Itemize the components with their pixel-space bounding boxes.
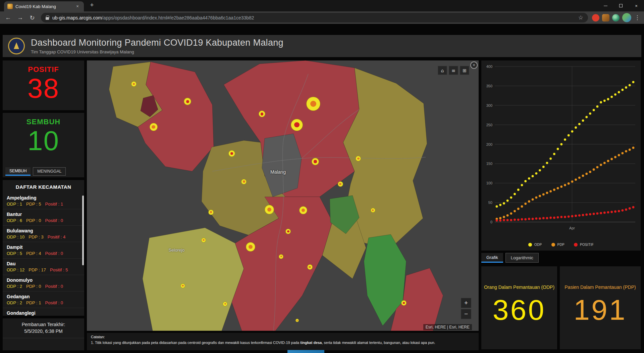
window-maximize-button[interactable] [613,0,629,11]
tab-sembuh[interactable]: SEMBUH [5,167,31,176]
map-marker[interactable] [246,242,255,252]
dashboard-title: Dashboard Monitoring Pandemi COVID19 Kab… [31,38,283,48]
new-tab-button[interactable]: + [87,1,97,10]
kecamatan-row[interactable]: GondanglegiODP : 6PDP : 1Positif : 0 [3,308,84,316]
sembuh-panel: SEMBUH 10 SEMBUH MENINGGAL [3,113,84,177]
map-note-panel: Catatan: 1. Titik lokasi yang ditunjukka… [87,333,479,350]
map-marker[interactable] [285,229,291,234]
window-minimize-button[interactable] [598,0,613,11]
university-logo [8,38,25,54]
pdp-stat-value: 191 [560,295,641,324]
kecamatan-positif: Positif : 1 [45,202,63,207]
map-marker[interactable] [208,210,214,215]
kecamatan-row[interactable]: AmpelgadingODP : 1PDP : 5Positif : 1 [3,193,84,209]
window-close-button[interactable]: × [629,0,644,11]
kecamatan-row[interactable]: BanturODP : 6PDP : 0Positif : 0 [3,209,84,226]
kecamatan-positif: Positif : 0 [45,218,63,223]
kecamatan-row[interactable]: BululawangODP : 10PDP : 3Positif : 4 [3,226,84,242]
extension-icon-red[interactable] [592,14,599,21]
browser-tab[interactable]: Covid19 Kab Malang × [4,1,84,11]
map-marker[interactable] [180,283,185,288]
kecamatan-name: Donomulyo [7,277,80,283]
legend-item[interactable]: PDP [551,243,565,247]
map-marker[interactable] [356,156,361,161]
tab-grafik[interactable]: Grafik [481,253,503,263]
kecamatan-odp: ODP : 1 [7,202,22,207]
kecamatan-scrollbar[interactable] [82,195,84,265]
legend-dot-icon [528,243,532,247]
kecamatan-name: Ampelgading [7,195,80,201]
last-update-panel: Pembaruan Terakhir: 5/5/2020, 6:38 PM [3,318,84,350]
kecamatan-pdp: PDP : 0 [26,218,41,223]
url-domain: ub-gis.maps.arcgis.com [52,15,102,20]
map-marker[interactable] [279,254,283,259]
legend-label: ODP [534,243,542,247]
browser-menu-icon[interactable]: ⋮ [634,14,641,21]
marker-core [310,101,316,107]
map-marker[interactable] [241,179,247,184]
map-marker[interactable] [338,181,343,187]
kecamatan-name: Bululawang [7,228,80,233]
map-home-button[interactable]: ⌂ [438,66,447,75]
map-legend-button[interactable]: ≡ [449,66,458,75]
map-marker[interactable] [265,205,274,214]
marker-core [203,239,205,241]
kecamatan-stats: ODP : 2PDP : 0Positif : 0 [7,284,80,289]
marker-core [243,180,245,182]
map-marker-layer [87,60,479,331]
map-basemap-button[interactable]: ⊞ [460,66,469,75]
back-button[interactable]: ← [3,13,13,23]
marker-core [280,256,282,258]
kecamatan-row[interactable]: DampitODP : 5PDP : 4Positif : 0 [3,242,84,259]
map-marker[interactable] [312,158,319,165]
reload-button[interactable]: ↻ [28,13,37,23]
tab-meninggal[interactable]: MENINGGAL [33,167,66,176]
map-marker[interactable] [150,123,158,131]
map-marker[interactable] [184,98,191,105]
kecamatan-odp: ODP : 6 [7,218,22,223]
extension-icon-globe[interactable] [612,14,620,21]
browser-tabstrip: Covid19 Kab Malang × + × [0,0,644,11]
kecamatan-row[interactable]: DonomulyoODP : 2PDP : 0Positif : 0 [3,275,84,292]
map-marker[interactable] [307,264,313,270]
kecamatan-list[interactable]: AmpelgadingODP : 1PDP : 5Positif : 1Bant… [3,193,84,316]
kecamatan-positif: Positif : 5 [50,267,68,272]
map-marker[interactable] [296,319,299,322]
legend-item[interactable]: ODP [528,243,542,247]
map-marker[interactable] [228,150,235,157]
tab-logarithmic[interactable]: Logarithmic [505,253,539,263]
profile-avatar[interactable] [622,13,631,22]
map-close-icon[interactable]: × [470,61,478,69]
legend-item[interactable]: POSITIF [574,243,594,247]
marker-core [186,100,189,103]
kecamatan-row[interactable]: GedanganODP : 2PDP : 1Positif : 0 [3,292,84,308]
bottom-strip [287,350,324,353]
zoom-out-button[interactable]: − [461,309,471,319]
tab-close-icon[interactable]: × [74,3,80,9]
forward-button[interactable]: → [15,13,25,23]
map-marker[interactable] [223,302,227,306]
trend-chart[interactable]: 050100150200250300350400Apr [481,62,641,235]
extension-icon-orange[interactable] [602,14,609,21]
tab-title: Covid19 Kab Malang [15,4,72,9]
map-marker[interactable] [306,97,320,111]
bookmark-star-icon[interactable]: ☆ [578,14,583,21]
dashboard-header: Dashboard Monitoring Pandemi COVID19 Kab… [3,35,641,57]
map-marker[interactable] [131,81,137,87]
marker-core [302,209,305,212]
map-marker[interactable] [259,111,265,117]
address-bar[interactable]: ub-gis.maps.arcgis.com/apps/opsdashboard… [41,13,588,23]
map-marker[interactable] [371,208,375,213]
map-marker[interactable] [401,300,407,306]
map-panel[interactable]: Malang Selorejo ⌂ ≡ ⊞ × + − Esri, HERE |… [87,60,479,331]
map-marker[interactable] [201,238,206,242]
url-path: /apps/opsdashboard/index.html#/e2bae286a… [102,15,254,20]
zoom-in-button[interactable]: + [461,298,471,308]
marker-core [249,245,253,249]
marker-core [152,125,155,129]
map-marker[interactable] [291,119,303,131]
map-marker[interactable] [299,206,307,214]
kecamatan-row[interactable]: DauODP : 12PDP : 17Positif : 5 [3,259,84,275]
kecamatan-odp: ODP : 2 [7,284,22,289]
chart-legend: ODPPDPPOSITIF [481,243,641,247]
